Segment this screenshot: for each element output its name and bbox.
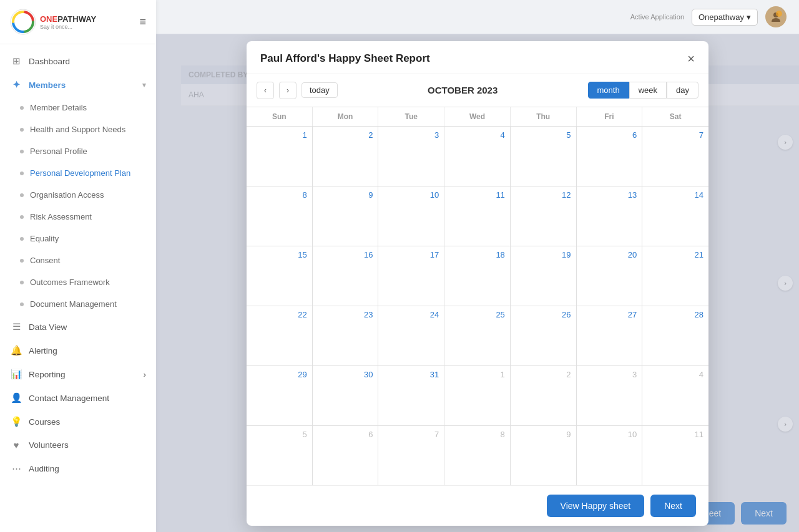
sidebar-item-label: Alerting (29, 346, 57, 355)
sidebar-item-alerting[interactable]: 🔔 Alerting (0, 339, 156, 362)
sidebar-item-label: Courses (29, 417, 60, 427)
calendar-cell[interactable]: 16 (313, 246, 379, 306)
sidebar-item-outcomes-framework[interactable]: Outcomes Framework (0, 271, 156, 293)
sidebar-item-health-support[interactable]: Health and Support Needs (0, 118, 156, 140)
calendar-cell[interactable]: 7 (642, 127, 708, 186)
calendar-cell[interactable]: 11 (642, 426, 708, 485)
modal-title: Paul Afford's Happy Sheet Report (260, 52, 430, 65)
calendar-cell[interactable]: 18 (444, 246, 511, 306)
calendar-cell[interactable]: 13 (577, 186, 643, 246)
calendar-cell[interactable]: 10 (577, 426, 643, 485)
sidebar-item-document-management[interactable]: Document Management (0, 293, 156, 315)
day-number: 31 (383, 370, 439, 379)
calendar-cell[interactable]: 24 (378, 306, 444, 365)
calendar-prev-button[interactable]: ‹ (257, 82, 274, 99)
calendar-weeks: 1234567891011121314151617181920212223242… (247, 127, 708, 485)
sidebar-item-member-details[interactable]: Member Details (0, 97, 156, 118)
calendar-cell[interactable]: 8 (247, 186, 313, 246)
calendar-cell[interactable]: 2 (511, 366, 577, 425)
calendar-cell[interactable]: 12 (511, 186, 577, 246)
sidebar-item-label: Reporting (29, 370, 66, 379)
calendar-cell[interactable]: 7 (378, 426, 444, 485)
day-name-tue: Tue (378, 107, 444, 126)
bell-icon: 🔔 (10, 345, 22, 356)
calendar-cell[interactable]: 5 (247, 426, 313, 485)
calendar-cell[interactable]: 20 (577, 246, 643, 306)
calendar-cell[interactable]: 6 (313, 426, 379, 485)
sidebar-item-label: Auditing (29, 464, 59, 473)
application-selector[interactable]: Onepathway ▾ (692, 9, 758, 26)
calendar-cell[interactable]: 27 (577, 306, 643, 365)
calendar-today-button[interactable]: today (301, 82, 338, 98)
sidebar-item-auditing[interactable]: ⋯ Auditing (0, 457, 156, 480)
calendar-cell[interactable]: 3 (577, 366, 643, 425)
sidebar-item-reporting[interactable]: 📊 Reporting › (0, 362, 156, 386)
calendar-cell[interactable]: 2 (313, 127, 379, 186)
calendar-week-4: 22232425262728 (247, 306, 708, 366)
calendar-cell[interactable]: 29 (247, 366, 313, 425)
calendar-cell[interactable]: 3 (378, 127, 444, 186)
sidebar-item-members[interactable]: ✦ Members ▾ (0, 73, 156, 97)
hamburger-icon[interactable]: ≡ (139, 16, 146, 29)
svg-point-2 (776, 11, 782, 17)
calendar-cell[interactable]: 25 (444, 306, 511, 365)
day-number: 2 (516, 370, 571, 379)
calendar-cell[interactable]: 4 (444, 127, 511, 186)
calendar-cell[interactable]: 11 (444, 186, 511, 246)
calendar-next-button[interactable]: › (279, 82, 297, 99)
day-number: 20 (582, 250, 637, 259)
sidebar-item-personal-dev-plan[interactable]: Personal Development Plan (0, 162, 156, 184)
day-number: 21 (647, 250, 703, 259)
calendar-cell[interactable]: 9 (511, 426, 577, 485)
calendar-cell[interactable]: 14 (642, 186, 708, 246)
calendar-cell[interactable]: 22 (247, 306, 313, 365)
calendar-week-1: 1234567 (247, 127, 708, 186)
calendar-cell[interactable]: 1 (247, 127, 313, 186)
calendar-cell[interactable]: 9 (313, 186, 379, 246)
sidebar-item-consent[interactable]: Consent (0, 249, 156, 271)
sidebar-item-contact-management[interactable]: 👤 Contact Management (0, 386, 156, 410)
calendar-cell[interactable]: 21 (642, 246, 708, 306)
sidebar-item-courses[interactable]: 💡 Courses (0, 410, 156, 433)
calendar-cell[interactable]: 23 (313, 306, 379, 365)
day-number: 1 (449, 370, 505, 379)
sidebar-logo: ONEPATHWAY Say it once... ≡ (0, 0, 156, 44)
calendar-cell[interactable]: 15 (247, 246, 313, 306)
calendar-month-view-button[interactable]: month (588, 82, 629, 99)
calendar-cell[interactable]: 30 (313, 366, 379, 425)
calendar-cell[interactable]: 1 (444, 366, 511, 425)
calendar-cell[interactable]: 5 (511, 127, 577, 186)
calendar-cell[interactable]: 8 (444, 426, 511, 485)
day-number: 6 (318, 430, 373, 439)
user-avatar[interactable] (765, 6, 787, 27)
calendar-cell[interactable]: 26 (511, 306, 577, 365)
day-name-thu: Thu (511, 107, 577, 126)
sidebar-item-risk-assessment[interactable]: Risk Assessment (0, 206, 156, 228)
logo-tagline: Say it once... (40, 24, 96, 30)
day-number: 14 (647, 190, 703, 200)
calendar-cell[interactable]: 28 (642, 306, 708, 365)
sidebar-item-volunteers[interactable]: ♥ Volunteers (0, 433, 156, 457)
modal-next-button[interactable]: Next (650, 495, 696, 517)
calendar-week-view-button[interactable]: week (629, 82, 667, 99)
day-number: 16 (318, 250, 373, 259)
sidebar-item-dashboard[interactable]: ⊞ Dashboard (0, 49, 156, 73)
calendar-day-view-button[interactable]: day (667, 82, 699, 99)
calendar-cell[interactable]: 19 (511, 246, 577, 306)
sidebar-item-data-view[interactable]: ☰ Data View (0, 315, 156, 339)
modal-view-happy-sheet-button[interactable]: View Happy sheet (547, 495, 645, 517)
calendar-cell[interactable]: 31 (378, 366, 444, 425)
sidebar-item-label: Volunteers (29, 440, 69, 450)
sidebar-navigation: ⊞ Dashboard ✦ Members ▾ Member Details H… (0, 44, 156, 532)
sidebar-item-label: Health and Support Needs (30, 125, 125, 134)
sidebar-item-personal-profile[interactable]: Personal Profile (0, 140, 156, 162)
calendar-cell[interactable]: 17 (378, 246, 444, 306)
sidebar-item-organisation-access[interactable]: Organisation Access (0, 184, 156, 206)
calendar-week-5: 2930311234 (247, 366, 708, 426)
sidebar-item-equality[interactable]: Equality (0, 228, 156, 249)
day-number: 23 (318, 310, 373, 319)
calendar-cell[interactable]: 4 (642, 366, 708, 425)
modal-close-button[interactable]: × (687, 52, 695, 65)
calendar-cell[interactable]: 10 (378, 186, 444, 246)
calendar-cell[interactable]: 6 (577, 127, 643, 186)
